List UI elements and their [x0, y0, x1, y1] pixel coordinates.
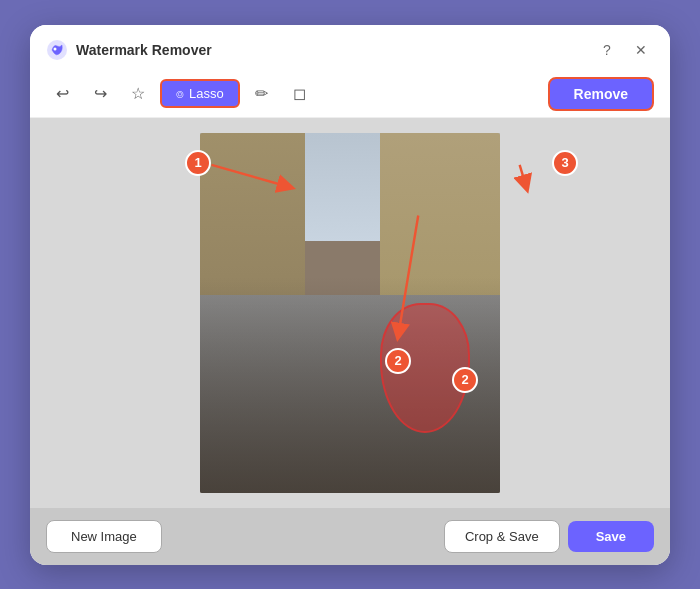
- star-icon: ☆: [131, 84, 145, 103]
- undo-button[interactable]: ↩: [46, 78, 78, 110]
- save-label: Save: [596, 529, 626, 544]
- lasso-label: Lasso: [189, 86, 224, 101]
- close-button[interactable]: ✕: [628, 37, 654, 63]
- new-image-label: New Image: [71, 529, 137, 544]
- remove-button[interactable]: Remove: [548, 77, 654, 111]
- annotation-2: 2: [452, 367, 478, 393]
- close-icon: ✕: [635, 42, 647, 58]
- question-icon: ?: [603, 42, 611, 58]
- toolbar: ↩ ↪ ☆ ⌾ Lasso ✏ ◻ Remove: [30, 71, 670, 118]
- lasso-button[interactable]: ⌾ Lasso: [160, 79, 240, 108]
- star-button[interactable]: ☆: [122, 78, 154, 110]
- crop-save-button[interactable]: Crop & Save: [444, 520, 560, 553]
- canvas-area[interactable]: 2: [30, 118, 670, 508]
- pen-button[interactable]: ✏: [246, 78, 278, 110]
- app-title: Watermark Remover: [76, 42, 586, 58]
- app-window: Watermark Remover ? ✕ ↩ ↪ ☆ ⌾ Lasso ✏ ◻: [30, 25, 670, 565]
- eraser-icon: ◻: [293, 84, 306, 103]
- pen-icon: ✏: [255, 84, 268, 103]
- titlebar: Watermark Remover ? ✕: [30, 25, 670, 71]
- save-button[interactable]: Save: [568, 521, 654, 552]
- app-logo-icon: [46, 39, 68, 61]
- redo-button[interactable]: ↪: [84, 78, 116, 110]
- image-container: 2: [200, 133, 500, 493]
- footer: New Image Crop & Save Save: [30, 508, 670, 565]
- redo-icon: ↪: [94, 84, 107, 103]
- street-photo: [200, 133, 500, 493]
- new-image-button[interactable]: New Image: [46, 520, 162, 553]
- remove-label: Remove: [574, 86, 628, 102]
- svg-point-1: [54, 47, 57, 50]
- annotation-3: 3: [552, 150, 578, 176]
- crop-save-label: Crop & Save: [465, 529, 539, 544]
- svg-line-5: [520, 164, 526, 184]
- undo-icon: ↩: [56, 84, 69, 103]
- lasso-icon: ⌾: [176, 86, 184, 101]
- help-button[interactable]: ?: [594, 37, 620, 63]
- eraser-button[interactable]: ◻: [284, 78, 316, 110]
